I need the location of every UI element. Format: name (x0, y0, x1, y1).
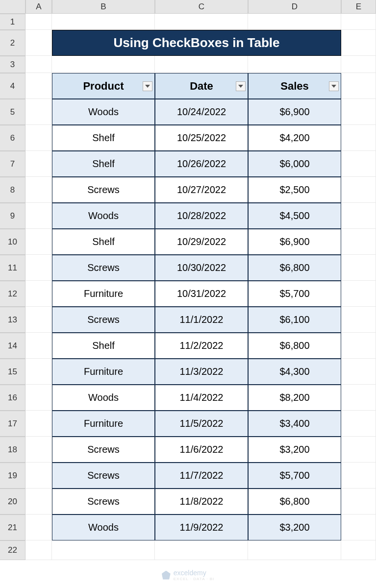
cell[interactable] (25, 229, 52, 255)
cell[interactable] (248, 14, 341, 30)
cell[interactable] (25, 359, 52, 385)
cell[interactable] (341, 437, 376, 463)
table-cell-date[interactable]: 11/1/2022 (155, 307, 248, 333)
cell[interactable] (25, 514, 52, 540)
cell[interactable] (341, 411, 376, 437)
cell[interactable] (341, 30, 376, 56)
cell[interactable] (248, 56, 341, 73)
cell[interactable] (341, 514, 376, 540)
row-header-16[interactable]: 16 (0, 385, 25, 411)
table-cell-sales[interactable]: $5,700 (248, 281, 341, 307)
column-header-E[interactable]: E (341, 0, 376, 14)
cell[interactable] (341, 540, 376, 560)
table-cell-date[interactable]: 11/4/2022 (155, 385, 248, 411)
row-header-3[interactable]: 3 (0, 56, 25, 73)
row-header-5[interactable]: 5 (0, 99, 25, 125)
filter-dropdown-icon[interactable] (143, 81, 152, 91)
cell[interactable] (25, 125, 52, 151)
cell[interactable] (25, 203, 52, 229)
row-header-12[interactable]: 12 (0, 281, 25, 307)
cell[interactable] (341, 255, 376, 281)
table-cell-sales[interactable]: $6,800 (248, 333, 341, 359)
select-all-corner[interactable] (0, 0, 25, 14)
column-header-D[interactable]: D (248, 0, 341, 14)
cell[interactable] (25, 489, 52, 514)
cell[interactable] (25, 333, 52, 359)
cell[interactable] (341, 463, 376, 489)
column-header-B[interactable]: B (52, 0, 155, 14)
table-cell-product[interactable]: Screws (52, 177, 155, 203)
filter-dropdown-icon[interactable] (236, 81, 246, 91)
table-cell-sales[interactable]: $5,700 (248, 463, 341, 489)
row-header-10[interactable]: 10 (0, 229, 25, 255)
table-cell-product[interactable]: Woods (52, 203, 155, 229)
table-cell-date[interactable]: 11/8/2022 (155, 489, 248, 514)
cell[interactable] (25, 540, 52, 560)
table-cell-sales[interactable]: $6,800 (248, 255, 341, 281)
row-header-22[interactable]: 22 (0, 540, 25, 560)
cell[interactable] (341, 73, 376, 99)
row-header-4[interactable]: 4 (0, 73, 25, 99)
column-header-A[interactable]: A (25, 0, 52, 14)
row-header-11[interactable]: 11 (0, 255, 25, 281)
table-cell-sales[interactable]: $6,800 (248, 489, 341, 514)
cell[interactable] (155, 56, 248, 73)
cell[interactable] (25, 255, 52, 281)
cell[interactable] (155, 14, 248, 30)
table-cell-product[interactable]: Screws (52, 463, 155, 489)
table-cell-date[interactable]: 10/25/2022 (155, 125, 248, 151)
table-cell-date[interactable]: 10/28/2022 (155, 203, 248, 229)
cell[interactable] (155, 540, 248, 560)
table-cell-product[interactable]: Shelf (52, 125, 155, 151)
table-cell-date[interactable]: 10/24/2022 (155, 99, 248, 125)
cell[interactable] (341, 99, 376, 125)
cell[interactable] (25, 177, 52, 203)
cell[interactable] (341, 151, 376, 177)
cell[interactable] (25, 151, 52, 177)
cell[interactable] (25, 385, 52, 411)
cell[interactable] (341, 203, 376, 229)
table-cell-date[interactable]: 11/2/2022 (155, 333, 248, 359)
row-header-13[interactable]: 13 (0, 307, 25, 333)
table-cell-sales[interactable]: $4,500 (248, 203, 341, 229)
cell[interactable] (341, 333, 376, 359)
table-cell-product[interactable]: Screws (52, 437, 155, 463)
table-cell-date[interactable]: 10/30/2022 (155, 255, 248, 281)
cell[interactable] (52, 14, 155, 30)
row-header-14[interactable]: 14 (0, 333, 25, 359)
table-cell-date[interactable]: 10/26/2022 (155, 151, 248, 177)
cell[interactable] (341, 281, 376, 307)
cell[interactable] (341, 14, 376, 30)
table-cell-date[interactable]: 10/31/2022 (155, 281, 248, 307)
table-cell-date[interactable]: 10/27/2022 (155, 177, 248, 203)
cell[interactable] (341, 359, 376, 385)
row-header-20[interactable]: 20 (0, 489, 25, 514)
table-cell-product[interactable]: Woods (52, 514, 155, 540)
cell[interactable] (52, 540, 155, 560)
cell[interactable] (52, 56, 155, 73)
cell[interactable] (341, 125, 376, 151)
table-cell-date[interactable]: 11/9/2022 (155, 514, 248, 540)
table-cell-date[interactable]: 11/7/2022 (155, 463, 248, 489)
cell[interactable] (25, 463, 52, 489)
column-header-C[interactable]: C (155, 0, 248, 14)
cell[interactable] (341, 489, 376, 514)
table-cell-date[interactable]: 10/29/2022 (155, 229, 248, 255)
table-cell-sales[interactable]: $8,200 (248, 385, 341, 411)
cell[interactable] (341, 385, 376, 411)
filter-dropdown-icon[interactable] (329, 81, 339, 91)
cell[interactable] (25, 411, 52, 437)
table-cell-product[interactable]: Screws (52, 255, 155, 281)
table-cell-product[interactable]: Shelf (52, 333, 155, 359)
table-cell-date[interactable]: 11/5/2022 (155, 411, 248, 437)
row-header-9[interactable]: 9 (0, 203, 25, 229)
table-cell-sales[interactable]: $6,900 (248, 99, 341, 125)
table-header-date[interactable]: Date (155, 73, 248, 99)
table-cell-product[interactable]: Furniture (52, 281, 155, 307)
cell[interactable] (25, 14, 52, 30)
row-header-6[interactable]: 6 (0, 125, 25, 151)
cell[interactable] (25, 281, 52, 307)
table-cell-sales[interactable]: $3,200 (248, 437, 341, 463)
table-cell-sales[interactable]: $3,200 (248, 514, 341, 540)
cell[interactable] (25, 56, 52, 73)
